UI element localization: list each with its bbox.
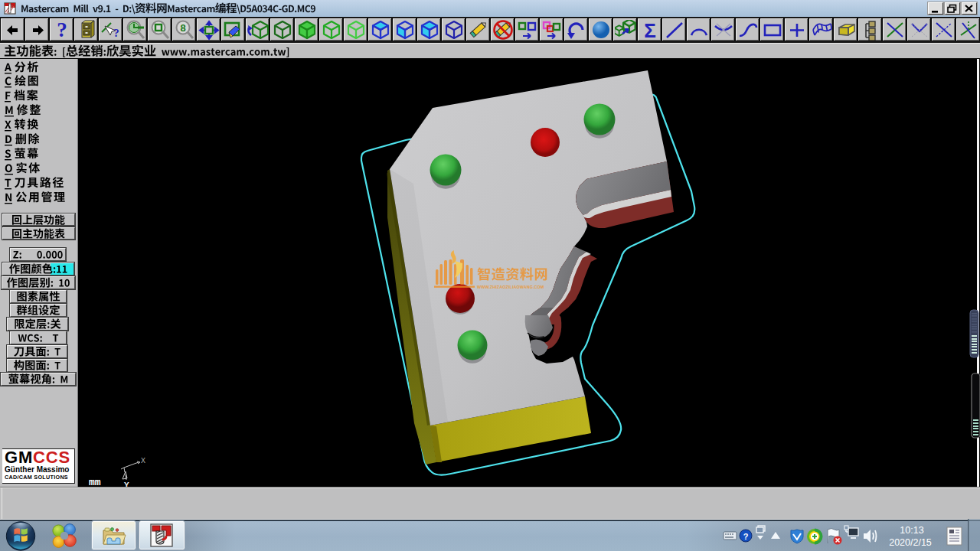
svg-text:?: ? xyxy=(113,27,119,39)
svg-text:Y: Y xyxy=(124,481,129,487)
svg-text:Σ: Σ xyxy=(644,20,656,41)
svg-text:?: ? xyxy=(743,532,749,541)
svg-text:X: X xyxy=(141,457,145,465)
svg-text:?: ? xyxy=(57,20,67,41)
svg-text:2020/2/15: 2020/2/15 xyxy=(889,537,932,548)
svg-text:WWW.ZHIZAOZILIAOWANG.COM: WWW.ZHIZAOZILIAOWANG.COM xyxy=(477,285,544,289)
svg-text:mm: mm xyxy=(89,477,101,487)
svg-text:10:13: 10:13 xyxy=(900,525,923,536)
svg-text:8: 8 xyxy=(180,22,185,34)
